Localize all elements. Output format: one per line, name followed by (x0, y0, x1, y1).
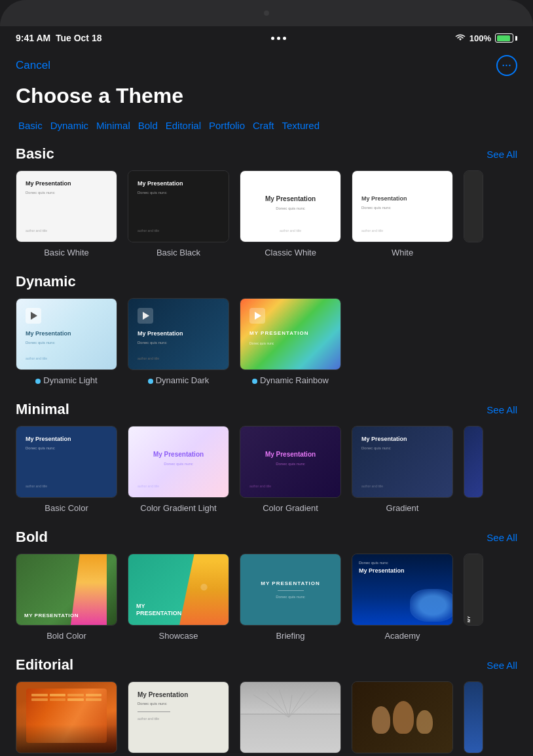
ipad-top-bar (0, 0, 533, 26)
thumbnail-color-gradient: My Presentation Donec quis nunc author a… (240, 426, 341, 498)
thumb-title: My Presentation (26, 180, 107, 187)
thumb-sub: Donec quis nunc (276, 206, 305, 210)
thumb-title: My Presentation (138, 180, 219, 187)
thumbnail-basic-white: My Presentation Donec quis nunc author a… (16, 170, 117, 242)
dynamic-dot (252, 379, 257, 384)
partial-text: MY (467, 616, 471, 622)
theme-dynamic-rainbow[interactable]: MY PRESENTATION Donec quis nunc Dynamic … (240, 298, 341, 385)
section-dynamic-header: Dynamic (0, 273, 533, 298)
academy-sub: Donec quis nunc (359, 561, 446, 565)
theme-basic-color[interactable]: My Presentation Donec quis nunc author a… (16, 426, 117, 513)
wifi-icon (455, 34, 466, 42)
thumbnail-editorial-3 (240, 681, 341, 753)
theme-partial-basic[interactable] (464, 170, 483, 257)
dynamic-dot (35, 379, 41, 384)
theme-color-gradient-light[interactable]: My Presentation Donec quis nunc author a… (128, 426, 229, 513)
thumbnail-bold-color: MY PRESENTATION (16, 554, 117, 626)
thumb-title: My Presentation (361, 195, 443, 202)
thumb-partial-basic (464, 170, 483, 242)
tab-editorial[interactable]: Editorial (163, 119, 204, 132)
status-dot-3 (283, 37, 286, 40)
section-minimal-header: Minimal See All (0, 401, 533, 426)
editorial-themes-scroll: My Presentation Donec quis nunc author a… (0, 681, 533, 756)
editorial-see-all[interactable]: See All (487, 660, 517, 671)
thumb-sub: Donec quis nunc (26, 191, 107, 195)
tab-portfolio[interactable]: Portfolio (206, 119, 248, 132)
more-button[interactable]: ··· (496, 55, 517, 76)
thumbnail-dynamic-dark: My Presentation Donec quis nunc author a… (128, 298, 229, 370)
camera-dot (264, 10, 269, 16)
ed2-title: My Presentation (138, 691, 219, 698)
basic-see-all[interactable]: See All (487, 149, 517, 160)
dynamic-themes-scroll: My Presentation Donec quis nunc author a… (0, 298, 533, 385)
status-bar: 9:41 AM Tue Oct 18 100% (0, 26, 533, 50)
thumb-sub: Donec quis nunc (138, 191, 219, 195)
page-title: Choose a Theme (0, 84, 533, 119)
section-dynamic: Dynamic My Presentation Donec quis nunc (0, 273, 533, 385)
theme-color-gradient[interactable]: My Presentation Donec quis nunc author a… (240, 426, 341, 513)
status-time: 9:41 AM Tue Oct 18 (16, 33, 102, 43)
thumbnail-gradient: My Presentation Donec quis nunc author a… (352, 426, 453, 498)
thumbnail-basic-black: My Presentation Donec quis nunc author a… (128, 170, 229, 242)
theme-gradient[interactable]: My Presentation Donec quis nunc author a… (352, 426, 453, 513)
thumbnail-dynamic-light: My Presentation Donec quis nunc author a… (16, 298, 117, 370)
thumb-title: My Presentation (26, 330, 107, 337)
theme-academy-label: Academy (384, 631, 420, 641)
theme-showcase-label: Showcase (159, 631, 198, 641)
briefing-sub: Donec quis nunc (276, 595, 305, 599)
thumb-partial-bold: MY (464, 554, 483, 626)
theme-basic-black[interactable]: My Presentation Donec quis nunc author a… (128, 170, 229, 257)
thumb-title: My Presentation (265, 195, 316, 202)
theme-briefing-label: Briefing (276, 631, 304, 641)
thumb-sub: Donec quis nunc (26, 341, 107, 345)
tab-minimal[interactable]: Minimal (94, 119, 133, 132)
theme-gradient-label: Gradient (386, 503, 419, 513)
section-basic-title: Basic (16, 145, 54, 162)
bold-see-all[interactable]: See All (487, 532, 517, 543)
status-dot-1 (271, 37, 274, 40)
cancel-button[interactable]: Cancel (16, 59, 50, 72)
thumbnail-classic-white: My Presentation Donec quis nunc author a… (240, 170, 341, 242)
thumbnail-white: My Presentation Donec quis nunc author a… (352, 170, 453, 242)
theme-bold-color[interactable]: MY PRESENTATION Bold Color (16, 554, 117, 641)
thumbnail-editorial-2: My Presentation Donec quis nunc author a… (128, 681, 229, 753)
academy-title: My Presentation (359, 567, 446, 574)
theme-basic-white-label: Basic White (44, 248, 89, 257)
minimal-see-all[interactable]: See All (487, 404, 517, 415)
thumb-title: MY PRESENTATION (249, 330, 331, 336)
thumb-sub: Donec quis nunc (276, 462, 305, 466)
theme-dynamic-dark[interactable]: My Presentation Donec quis nunc author a… (128, 298, 229, 385)
thumbnail-editorial-1 (16, 681, 117, 753)
thumb-bottom: author and title (26, 484, 107, 488)
status-right: 100% (455, 33, 517, 43)
theme-editorial-3[interactable] (240, 681, 341, 756)
theme-dynamic-light[interactable]: My Presentation Donec quis nunc author a… (16, 298, 117, 385)
theme-basic-color-label: Basic Color (45, 503, 88, 513)
theme-partial-editorial[interactable] (464, 681, 483, 756)
theme-partial-minimal[interactable] (464, 426, 483, 513)
main-content: Cancel ··· Choose a Theme Basic Dynamic … (0, 50, 533, 756)
theme-basic-white[interactable]: My Presentation Donec quis nunc author a… (16, 170, 117, 257)
tab-dynamic[interactable]: Dynamic (48, 119, 91, 132)
thumb-title: My Presentation (138, 330, 219, 337)
theme-briefing[interactable]: MY PRESENTATION Donec quis nunc Briefing (240, 554, 341, 641)
tab-bold[interactable]: Bold (136, 119, 160, 132)
thumbnail-basic-color: My Presentation Donec quis nunc author a… (16, 426, 117, 498)
tab-basic[interactable]: Basic (16, 119, 45, 132)
svg-line-2 (266, 692, 289, 717)
thumbnail-dynamic-rainbow: MY PRESENTATION Donec quis nunc (240, 298, 341, 370)
theme-editorial-4[interactable] (352, 681, 453, 756)
theme-academy[interactable]: Donec quis nunc My Presentation Academy (352, 554, 453, 641)
theme-editorial-2[interactable]: My Presentation Donec quis nunc author a… (128, 681, 229, 756)
section-bold-title: Bold (16, 529, 48, 546)
theme-white[interactable]: My Presentation Donec quis nunc author a… (352, 170, 453, 257)
theme-classic-white[interactable]: My Presentation Donec quis nunc author a… (240, 170, 341, 257)
thumb-sub: Donec quis nunc (361, 206, 443, 210)
theme-white-label: White (392, 248, 413, 257)
tab-craft[interactable]: Craft (250, 119, 277, 132)
basic-themes-scroll: My Presentation Donec quis nunc author a… (0, 170, 533, 257)
theme-showcase[interactable]: ● MYPRESENTATION Showcase (128, 554, 229, 641)
theme-editorial-1[interactable] (16, 681, 117, 756)
tab-textured[interactable]: Textured (280, 119, 323, 132)
theme-partial-bold[interactable]: MY (464, 554, 483, 641)
